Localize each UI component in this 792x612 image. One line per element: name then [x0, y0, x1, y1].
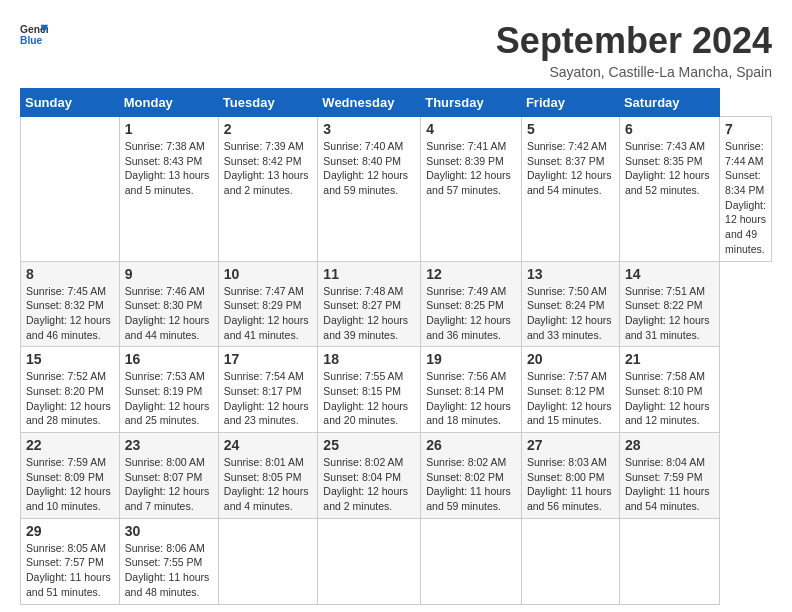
day-number: 3: [323, 121, 415, 137]
day-info: Sunrise: 7:57 AMSunset: 8:12 PMDaylight:…: [527, 369, 614, 428]
day-number: 12: [426, 266, 516, 282]
day-number: 6: [625, 121, 714, 137]
day-number: 11: [323, 266, 415, 282]
day-number: 2: [224, 121, 313, 137]
calendar-cell: 20Sunrise: 7:57 AMSunset: 8:12 PMDayligh…: [521, 347, 619, 433]
title-block: September 2024 Sayaton, Castille-La Manc…: [496, 20, 772, 80]
day-info: Sunrise: 7:46 AMSunset: 8:30 PMDaylight:…: [125, 284, 213, 343]
calendar-header-friday: Friday: [521, 89, 619, 117]
day-number: 18: [323, 351, 415, 367]
calendar-cell: 2Sunrise: 7:39 AMSunset: 8:42 PMDaylight…: [218, 117, 318, 262]
day-info: Sunrise: 8:03 AMSunset: 8:00 PMDaylight:…: [527, 455, 614, 514]
day-number: 16: [125, 351, 213, 367]
logo: General Blue: [20, 20, 48, 48]
day-info: Sunrise: 7:56 AMSunset: 8:14 PMDaylight:…: [426, 369, 516, 428]
calendar-cell: 23Sunrise: 8:00 AMSunset: 8:07 PMDayligh…: [119, 433, 218, 519]
calendar-cell: 25Sunrise: 8:02 AMSunset: 8:04 PMDayligh…: [318, 433, 421, 519]
day-number: 30: [125, 523, 213, 539]
day-info: Sunrise: 8:00 AMSunset: 8:07 PMDaylight:…: [125, 455, 213, 514]
calendar-cell: 21Sunrise: 7:58 AMSunset: 8:10 PMDayligh…: [619, 347, 719, 433]
day-info: Sunrise: 8:06 AMSunset: 7:55 PMDaylight:…: [125, 541, 213, 600]
calendar-week-row: 15Sunrise: 7:52 AMSunset: 8:20 PMDayligh…: [21, 347, 772, 433]
day-info: Sunrise: 8:02 AMSunset: 8:02 PMDaylight:…: [426, 455, 516, 514]
day-info: Sunrise: 7:54 AMSunset: 8:17 PMDaylight:…: [224, 369, 313, 428]
calendar-cell: 8Sunrise: 7:45 AMSunset: 8:32 PMDaylight…: [21, 261, 120, 347]
calendar-week-row: 29Sunrise: 8:05 AMSunset: 7:57 PMDayligh…: [21, 518, 772, 604]
calendar-cell: 1Sunrise: 7:38 AMSunset: 8:43 PMDaylight…: [119, 117, 218, 262]
day-info: Sunrise: 8:01 AMSunset: 8:05 PMDaylight:…: [224, 455, 313, 514]
day-number: 9: [125, 266, 213, 282]
calendar-header-wednesday: Wednesday: [318, 89, 421, 117]
calendar-cell: 24Sunrise: 8:01 AMSunset: 8:05 PMDayligh…: [218, 433, 318, 519]
calendar-cell: 27Sunrise: 8:03 AMSunset: 8:00 PMDayligh…: [521, 433, 619, 519]
day-info: Sunrise: 7:48 AMSunset: 8:27 PMDaylight:…: [323, 284, 415, 343]
day-number: 14: [625, 266, 714, 282]
calendar-cell: [21, 117, 120, 262]
day-info: Sunrise: 7:45 AMSunset: 8:32 PMDaylight:…: [26, 284, 114, 343]
calendar-cell: 6Sunrise: 7:43 AMSunset: 8:35 PMDaylight…: [619, 117, 719, 262]
day-number: 13: [527, 266, 614, 282]
calendar-cell: [318, 518, 421, 604]
day-number: 24: [224, 437, 313, 453]
month-title: September 2024: [496, 20, 772, 62]
calendar-cell: 15Sunrise: 7:52 AMSunset: 8:20 PMDayligh…: [21, 347, 120, 433]
day-number: 4: [426, 121, 516, 137]
calendar-week-row: 22Sunrise: 7:59 AMSunset: 8:09 PMDayligh…: [21, 433, 772, 519]
day-number: 17: [224, 351, 313, 367]
day-number: 1: [125, 121, 213, 137]
day-info: Sunrise: 7:50 AMSunset: 8:24 PMDaylight:…: [527, 284, 614, 343]
calendar-cell: 14Sunrise: 7:51 AMSunset: 8:22 PMDayligh…: [619, 261, 719, 347]
day-number: 19: [426, 351, 516, 367]
calendar-cell: 19Sunrise: 7:56 AMSunset: 8:14 PMDayligh…: [421, 347, 522, 433]
calendar-cell: [421, 518, 522, 604]
calendar-cell: 7Sunrise: 7:44 AMSunset: 8:34 PMDaylight…: [720, 117, 772, 262]
calendar-header-thursday: Thursday: [421, 89, 522, 117]
calendar-header-tuesday: Tuesday: [218, 89, 318, 117]
calendar-week-row: 8Sunrise: 7:45 AMSunset: 8:32 PMDaylight…: [21, 261, 772, 347]
svg-text:Blue: Blue: [20, 35, 43, 46]
calendar-cell: 16Sunrise: 7:53 AMSunset: 8:19 PMDayligh…: [119, 347, 218, 433]
calendar-cell: 29Sunrise: 8:05 AMSunset: 7:57 PMDayligh…: [21, 518, 120, 604]
calendar-week-row: 1Sunrise: 7:38 AMSunset: 8:43 PMDaylight…: [21, 117, 772, 262]
calendar-cell: 30Sunrise: 8:06 AMSunset: 7:55 PMDayligh…: [119, 518, 218, 604]
day-info: Sunrise: 7:44 AMSunset: 8:34 PMDaylight:…: [725, 139, 766, 257]
day-number: 26: [426, 437, 516, 453]
day-info: Sunrise: 8:05 AMSunset: 7:57 PMDaylight:…: [26, 541, 114, 600]
day-info: Sunrise: 7:47 AMSunset: 8:29 PMDaylight:…: [224, 284, 313, 343]
calendar-cell: 5Sunrise: 7:42 AMSunset: 8:37 PMDaylight…: [521, 117, 619, 262]
day-number: 23: [125, 437, 213, 453]
logo-icon: General Blue: [20, 20, 48, 48]
page-header: General Blue September 2024 Sayaton, Cas…: [20, 20, 772, 80]
day-number: 25: [323, 437, 415, 453]
calendar-cell: [619, 518, 719, 604]
day-info: Sunrise: 7:41 AMSunset: 8:39 PMDaylight:…: [426, 139, 516, 198]
day-info: Sunrise: 7:42 AMSunset: 8:37 PMDaylight:…: [527, 139, 614, 198]
day-info: Sunrise: 7:49 AMSunset: 8:25 PMDaylight:…: [426, 284, 516, 343]
day-info: Sunrise: 7:40 AMSunset: 8:40 PMDaylight:…: [323, 139, 415, 198]
day-info: Sunrise: 7:39 AMSunset: 8:42 PMDaylight:…: [224, 139, 313, 198]
calendar-header-saturday: Saturday: [619, 89, 719, 117]
day-number: 15: [26, 351, 114, 367]
day-number: 7: [725, 121, 766, 137]
day-info: Sunrise: 7:51 AMSunset: 8:22 PMDaylight:…: [625, 284, 714, 343]
calendar-table: SundayMondayTuesdayWednesdayThursdayFrid…: [20, 88, 772, 605]
calendar-cell: 22Sunrise: 7:59 AMSunset: 8:09 PMDayligh…: [21, 433, 120, 519]
day-number: 29: [26, 523, 114, 539]
day-info: Sunrise: 7:53 AMSunset: 8:19 PMDaylight:…: [125, 369, 213, 428]
calendar-cell: 9Sunrise: 7:46 AMSunset: 8:30 PMDaylight…: [119, 261, 218, 347]
day-number: 20: [527, 351, 614, 367]
day-number: 28: [625, 437, 714, 453]
calendar-cell: 18Sunrise: 7:55 AMSunset: 8:15 PMDayligh…: [318, 347, 421, 433]
calendar-cell: 4Sunrise: 7:41 AMSunset: 8:39 PMDaylight…: [421, 117, 522, 262]
day-number: 10: [224, 266, 313, 282]
location-title: Sayaton, Castille-La Mancha, Spain: [496, 64, 772, 80]
day-info: Sunrise: 7:38 AMSunset: 8:43 PMDaylight:…: [125, 139, 213, 198]
day-number: 8: [26, 266, 114, 282]
calendar-header-sunday: Sunday: [21, 89, 120, 117]
day-info: Sunrise: 7:55 AMSunset: 8:15 PMDaylight:…: [323, 369, 415, 428]
calendar-cell: 12Sunrise: 7:49 AMSunset: 8:25 PMDayligh…: [421, 261, 522, 347]
calendar-cell: 13Sunrise: 7:50 AMSunset: 8:24 PMDayligh…: [521, 261, 619, 347]
day-info: Sunrise: 8:04 AMSunset: 7:59 PMDaylight:…: [625, 455, 714, 514]
calendar-cell: 3Sunrise: 7:40 AMSunset: 8:40 PMDaylight…: [318, 117, 421, 262]
calendar-header-row: SundayMondayTuesdayWednesdayThursdayFrid…: [21, 89, 772, 117]
